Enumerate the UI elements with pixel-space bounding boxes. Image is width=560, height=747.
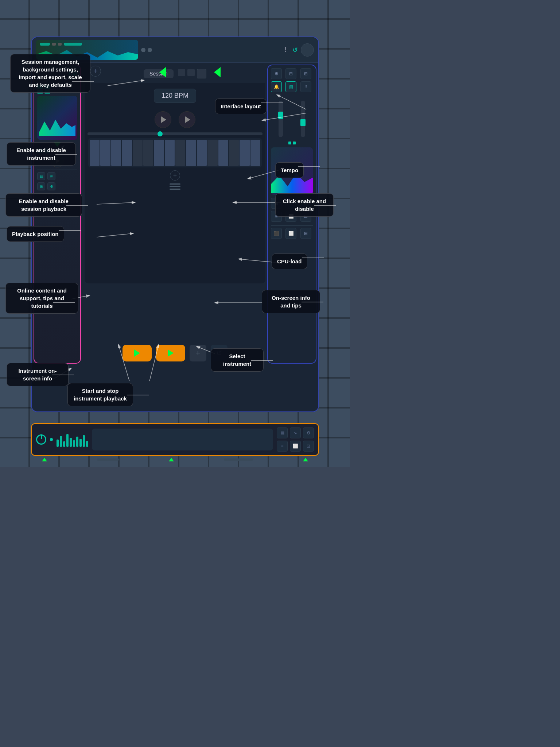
grid-cell[interactable] <box>111 140 121 166</box>
grid-cell[interactable] <box>133 140 143 166</box>
grid-cell[interactable] <box>154 140 164 166</box>
tooltip-enable-disable-session: Enable and disable session playback <box>5 193 82 217</box>
menu-icon[interactable] <box>170 183 180 190</box>
grid-cell[interactable] <box>207 140 217 166</box>
session-icon-1[interactable] <box>178 69 185 76</box>
right-c-icon-1[interactable]: ⬛ <box>271 228 282 239</box>
right-sliders-icon[interactable]: ⊟ <box>285 68 296 79</box>
v-slider-thumb-1[interactable] <box>278 112 283 119</box>
right-c-icon-2[interactable]: ⬜ <box>285 228 296 239</box>
v-slider-2[interactable] <box>301 101 305 137</box>
orange-play-button-1[interactable] <box>122 345 152 361</box>
tooltip-select-instrument: Select instrument <box>211 348 264 372</box>
exclamation-icon[interactable]: ! <box>285 46 287 54</box>
v-slider-1[interactable] <box>279 101 283 137</box>
tooltip-playback-position: Playback position <box>7 226 64 242</box>
session-icon-2[interactable] <box>187 69 195 76</box>
bpm-text[interactable]: 120 BPM <box>154 89 196 103</box>
instrument-grid-icon[interactable]: ⊞ <box>37 182 45 190</box>
grid-cell[interactable] <box>90 140 100 166</box>
nav-arrow-2[interactable] <box>169 458 174 461</box>
instrument-select-area[interactable] <box>92 429 273 450</box>
right-dots-icon[interactable]: ⁝⁝ <box>300 81 311 92</box>
playback-slider[interactable] <box>88 132 262 135</box>
power-button[interactable] <box>36 434 46 445</box>
grid-cell[interactable] <box>165 140 175 166</box>
instrument-thumbnail <box>37 96 77 140</box>
right-grid-icon[interactable]: ⊞ <box>300 68 311 79</box>
tooltip-start-stop: Start and stop instrument playback <box>67 383 133 406</box>
ind-bar-7 <box>76 437 78 447</box>
grid-cell[interactable] <box>250 140 260 166</box>
inst-icon-3[interactable]: ⚙ <box>303 427 314 438</box>
grid-cell[interactable] <box>240 140 249 166</box>
app-container: ! ↺ + ↺ <box>31 36 319 412</box>
orange-play-icon-2 <box>168 349 174 357</box>
tooltip-enable-disable-instrument: Enable and disable instrument <box>7 142 76 166</box>
divider <box>37 170 77 170</box>
add-session-button[interactable]: + <box>90 66 101 77</box>
grid-cell[interactable] <box>100 140 110 166</box>
grid-cell[interactable] <box>197 140 207 166</box>
ind-bar-5 <box>70 438 72 447</box>
ind-bar-10 <box>86 441 88 447</box>
grid-cell[interactable] <box>218 140 228 166</box>
grid-cell[interactable] <box>175 140 185 166</box>
right-bars-icon[interactable]: ▤ <box>285 81 296 92</box>
instrument-waveform <box>39 118 75 136</box>
reload-icon[interactable]: ↺ <box>292 46 298 54</box>
instrument-bar: ▤ ∿ ⚙ ≡ ⬜ ⊡ <box>31 423 319 456</box>
tooltip-click-enable: Click enable and disable <box>275 193 334 217</box>
v-slider-thumb-2[interactable] <box>300 119 306 126</box>
right-bell-icon[interactable]: 🔔 <box>271 81 282 92</box>
tooltip-cpu-load: CPU-load <box>272 253 307 269</box>
grid-cell[interactable] <box>143 140 153 166</box>
inst-icon-2[interactable]: ∿ <box>290 427 301 438</box>
instrument-info-dot[interactable] <box>50 438 53 441</box>
right-icon-grid: ⚙ ⊟ ⊞ 🔔 ▤ ⁝⁝ <box>271 68 313 92</box>
mini-indicators <box>271 142 313 144</box>
nav-arrow-3[interactable] <box>303 458 308 461</box>
instrument-right-icons: ▤ ∿ ⚙ ≡ ⬜ ⊡ <box>277 427 314 452</box>
session-arrow-left <box>159 67 166 77</box>
vertical-sliders <box>271 99 313 139</box>
right-divider-2 <box>271 225 313 226</box>
top-right-button[interactable] <box>301 43 314 57</box>
nav-arrow-1[interactable] <box>42 458 47 461</box>
session-icon-3[interactable] <box>197 69 206 78</box>
tooltip-session-management: Session management, background settings,… <box>10 54 90 93</box>
right-c-icon-3[interactable]: ⊞ <box>300 228 311 239</box>
ind-bar-1 <box>57 440 59 447</box>
instrument-gear-icon[interactable]: ⚙ <box>47 182 55 190</box>
instrument-table-icon[interactable]: ▤ <box>37 172 45 180</box>
orange-play-button-2[interactable] <box>156 345 185 361</box>
top-controls <box>141 48 152 52</box>
grid-cell[interactable] <box>229 140 239 166</box>
bottom-nav <box>31 456 319 463</box>
bottom-plus-button[interactable]: + <box>190 345 206 361</box>
inst-icon-5[interactable]: ⬜ <box>290 441 301 452</box>
dot-1 <box>141 48 145 52</box>
ham-line-3 <box>170 189 180 190</box>
instrument-icon-row: ▤ ≋ <box>37 172 77 180</box>
inst-icon-4[interactable]: ≡ <box>277 441 288 452</box>
playback-thumb[interactable] <box>158 131 163 136</box>
ham-line-1 <box>170 183 180 185</box>
play-triangle-icon <box>161 116 166 123</box>
session-grid[interactable] <box>88 138 262 167</box>
grid-cell[interactable] <box>186 140 196 166</box>
session-mini-icons <box>178 69 206 78</box>
ind-bar-9 <box>83 435 85 447</box>
orange-play-icon-1 <box>134 349 140 357</box>
right-gear-icon[interactable]: ⚙ <box>271 68 282 79</box>
inst-icon-6[interactable]: ⊡ <box>303 441 314 452</box>
session-area: Session 120 BPM <box>85 65 265 283</box>
grid-cell[interactable] <box>122 140 132 166</box>
tooltip-instrument-onscreen: Instrument on-screen info <box>7 363 69 386</box>
play-button[interactable] <box>155 111 171 128</box>
instrument-wave-icon[interactable]: ≋ <box>47 172 55 180</box>
inst-icon-1[interactable]: ▤ <box>277 427 288 438</box>
add-track-button[interactable]: + <box>170 170 180 181</box>
indicator-2 <box>293 142 296 144</box>
record-button[interactable] <box>179 111 195 128</box>
